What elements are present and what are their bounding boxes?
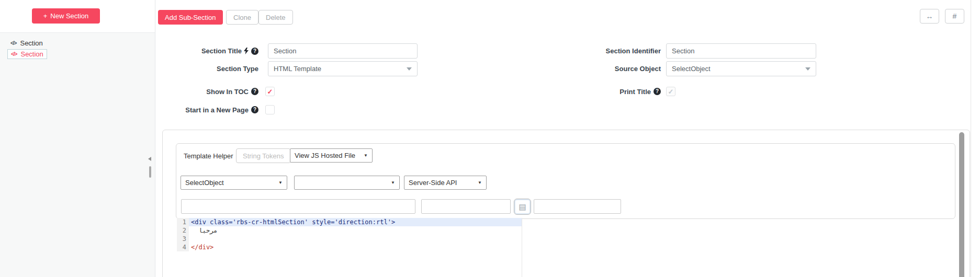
list-picker-button[interactable]: ▤: [514, 199, 531, 215]
code-line: 1 <div class='rbs-cr-htmlSection' style=…: [177, 218, 522, 226]
show-in-toc-checkbox[interactable]: ✓: [265, 87, 275, 96]
plus-icon: +: [43, 12, 48, 20]
line-number: 1: [177, 218, 189, 226]
code-text: مرحبا: [189, 226, 522, 235]
help-icon[interactable]: ?: [251, 106, 258, 113]
editor-right-border: [522, 218, 522, 277]
selected-highlight: </> Section: [7, 49, 47, 59]
api-select-value: Server-Side API: [409, 179, 457, 187]
lightning-icon: [244, 48, 249, 54]
code-text: </div>: [189, 243, 522, 251]
source-object-label: Source Object: [615, 65, 661, 73]
select-caret-icon: ▼: [278, 180, 283, 185]
help-icon[interactable]: ?: [251, 88, 258, 95]
horizontal-arrow-icon: ↔: [926, 12, 933, 20]
hosted-file-value: View JS Hosted File: [295, 152, 355, 159]
chevron-down-icon: [805, 67, 810, 71]
show-in-toc-label: Show In TOC: [206, 88, 249, 96]
token-input-3[interactable]: [534, 199, 621, 214]
tree-item-section-selected[interactable]: </> Section: [0, 49, 155, 59]
select-caret-icon: ▼: [391, 180, 395, 185]
code-line: 2 مرحبا: [177, 226, 522, 235]
section-title-label-row: Section Title ?: [158, 43, 258, 59]
new-section-label: New Section: [50, 12, 88, 20]
numbering-button[interactable]: #: [945, 9, 964, 24]
resize-width-button[interactable]: ↔: [920, 9, 939, 24]
code-text: [189, 235, 522, 243]
section-type-value: HTML Template: [274, 65, 321, 73]
show-in-toc-label-row: Show In TOC ?: [158, 87, 258, 96]
section-type-label: Section Type: [217, 65, 258, 73]
source-object-value: SelectObject: [672, 65, 711, 73]
hash-icon: #: [953, 12, 957, 20]
section-editor-page: + New Section </> Section </> Section Ad…: [0, 0, 980, 277]
start-new-page-label: Start in a New Page: [185, 106, 249, 114]
sections-sidebar: + New Section </> Section </> Section: [0, 0, 155, 277]
section-type-select[interactable]: HTML Template: [268, 61, 418, 76]
section-tree: [0, 32, 155, 277]
line-number: 3: [177, 235, 189, 243]
tree-item-label: Section: [20, 39, 42, 47]
source-object-select[interactable]: SelectObject: [666, 61, 816, 76]
string-tokens-button[interactable]: String Tokens: [236, 148, 291, 163]
sidebar-resize-handle[interactable]: [149, 166, 151, 178]
section-title-input[interactable]: [268, 43, 418, 59]
object-select[interactable]: SelectObject ▼: [181, 176, 287, 190]
html-code-editor[interactable]: 1 <div class='rbs-cr-htmlSection' style=…: [177, 218, 522, 277]
code-icon: </>: [10, 40, 16, 46]
print-title-label-row: Print Title ?: [565, 87, 661, 96]
object-select-value: SelectObject: [185, 179, 224, 187]
print-title-label: Print Title: [619, 88, 651, 96]
field-select[interactable]: ▼: [294, 176, 400, 190]
start-new-page-label-row: Start in a New Page ?: [158, 105, 258, 114]
section-identifier-label-row: Section Identifier: [565, 43, 661, 59]
start-new-page-checkbox[interactable]: [265, 105, 275, 114]
content-right-border: [971, 0, 971, 277]
new-section-button[interactable]: + New Section: [32, 8, 100, 24]
code-text: <div class='rbs-cr-htmlSection' style='d…: [189, 218, 522, 226]
section-identifier-input[interactable]: [666, 43, 816, 59]
help-icon[interactable]: ?: [251, 48, 258, 55]
section-identifier-label: Section Identifier: [606, 47, 661, 55]
line-number: 2: [177, 226, 189, 235]
select-caret-icon: ▼: [478, 180, 482, 185]
add-sub-section-button[interactable]: Add Sub-Section: [158, 10, 223, 25]
help-icon[interactable]: ?: [654, 88, 661, 95]
token-input-2[interactable]: [421, 199, 511, 214]
section-title-label: Section Title: [201, 47, 242, 55]
api-select[interactable]: Server-Side API ▼: [404, 176, 487, 190]
panel-scrollbar-thumb[interactable]: [959, 132, 964, 277]
section-type-label-row: Section Type: [158, 61, 258, 76]
tree-item-label: Section: [20, 50, 43, 58]
code-line: 4 </div>: [177, 243, 522, 251]
source-object-label-row: Source Object: [565, 61, 661, 76]
token-input-1[interactable]: [181, 199, 415, 214]
tree-item-section[interactable]: </> Section: [0, 38, 155, 48]
list-icon: ▤: [519, 202, 526, 212]
sidebar-collapse-icon[interactable]: [148, 157, 151, 161]
clone-button[interactable]: Clone: [226, 10, 258, 25]
code-icon: </>: [11, 51, 17, 57]
delete-button[interactable]: Delete: [258, 10, 293, 25]
chevron-down-icon: [407, 67, 412, 71]
template-helper-box: Template Helper String Tokens View JS Ho…: [176, 143, 955, 219]
template-panel: Template Helper String Tokens View JS Ho…: [162, 130, 970, 277]
hosted-file-select[interactable]: View JS Hosted File ▼: [290, 148, 373, 163]
line-number: 4: [177, 243, 189, 251]
code-line: 3: [177, 235, 522, 243]
print-title-checkbox[interactable]: ✓: [666, 87, 675, 96]
select-caret-icon: ▼: [364, 153, 368, 158]
template-helper-label: Template Helper: [184, 152, 233, 160]
